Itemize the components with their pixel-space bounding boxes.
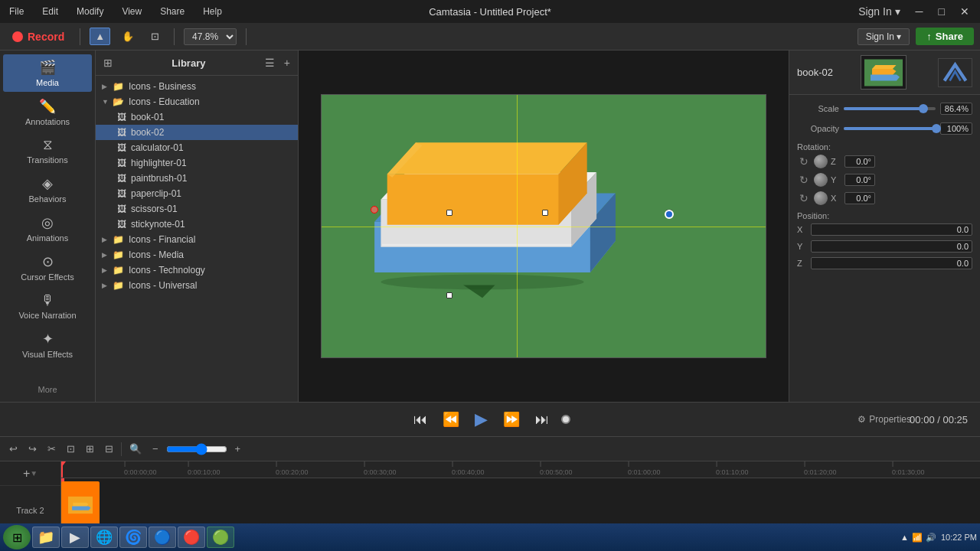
svg-marker-14 <box>872 69 897 75</box>
tree-icons-financial[interactable]: ▶ 📁 Icons - Financial <box>96 232 298 247</box>
paste-button[interactable]: ⊞ <box>83 442 97 456</box>
add-track-button[interactable]: + <box>23 467 30 481</box>
sidebar-item-transitions[interactable]: ⧖ Transitions <box>3 132 92 169</box>
sidebar-item-voice-label: Voice Narration <box>18 311 76 320</box>
taskbar-chrome[interactable]: 🔵 <box>149 527 176 548</box>
zoom-in-btn[interactable]: + <box>232 442 244 456</box>
library-grid-view[interactable]: ⊞ <box>102 55 114 70</box>
tree-book-02[interactable]: 🖼 book-02 <box>96 125 298 140</box>
sidebar-item-media[interactable]: 🎬 Media <box>3 54 92 92</box>
sidebar-item-voice[interactable]: 🎙 Voice Narration <box>3 288 92 324</box>
scale-property: Scale 86.4% <box>797 103 972 115</box>
book-clip[interactable] <box>61 481 100 529</box>
position-z-row: Z <box>797 257 972 269</box>
record-button[interactable]: Record <box>6 28 70 46</box>
timeline-zoom-slider[interactable] <box>166 443 227 455</box>
cut-button[interactable]: ✂ <box>44 442 59 456</box>
copy-button[interactable]: ⊡ <box>64 442 78 456</box>
delete-button[interactable]: ⊟ <box>102 442 116 456</box>
close-btn[interactable]: ✕ <box>956 4 974 19</box>
taskbar-camtasia[interactable]: 🟢 <box>207 527 234 548</box>
play-button[interactable]: ▶ <box>472 406 491 432</box>
taskbar-opera[interactable]: 🔴 <box>178 527 205 548</box>
scale-slider[interactable] <box>844 107 936 110</box>
tree-icons-technology[interactable]: ▶ 📁 Icons - Technology <box>96 262 298 278</box>
zoom-out-timeline[interactable]: − <box>149 442 162 456</box>
taskbar-explorer[interactable]: 📁 <box>32 527 60 548</box>
zoom-in-timeline[interactable]: 🔍 <box>126 442 145 456</box>
folder-icon: 📁 <box>113 265 124 276</box>
position-x-input[interactable] <box>811 223 972 236</box>
pan-tool[interactable]: ✋ <box>116 28 139 45</box>
playhead-marker <box>61 461 66 468</box>
library-list-view[interactable]: ☰ <box>263 55 276 70</box>
network-icon: 📶 <box>912 533 923 543</box>
minimize-btn[interactable]: ─ <box>911 4 928 19</box>
rotation-y-input[interactable] <box>844 174 875 186</box>
signin-btn[interactable]: Sign In ▾ <box>854 4 904 19</box>
properties-button[interactable]: ⚙ Properties <box>858 414 911 425</box>
folder-icon: 📁 <box>113 234 124 245</box>
tree-book-01[interactable]: 🖼 book-01 <box>96 109 298 125</box>
tree-icons-media[interactable]: ▶ 📁 Icons - Media <box>96 247 298 262</box>
sidebar-item-animations[interactable]: ◎ Animations <box>3 210 92 247</box>
start-button[interactable]: ⊞ <box>3 525 31 549</box>
tree-stickynote-01[interactable]: 🖼 stickynote-01 <box>96 217 298 232</box>
menu-share[interactable]: Share <box>157 5 188 18</box>
menu-help[interactable]: Help <box>200 5 225 18</box>
menu-modify[interactable]: Modify <box>74 5 106 18</box>
rotation-z-icon: ↻ <box>797 155 811 168</box>
tree-icons-universal[interactable]: ▶ 📁 Icons - Universal <box>96 278 298 293</box>
rotation-x-input[interactable] <box>844 192 875 204</box>
zoom-dropdown[interactable]: 47.8% <box>184 28 237 45</box>
step-forward-button[interactable]: ⏭ <box>532 409 552 431</box>
sidebar-item-behaviors[interactable]: ◈ Behaviors <box>3 171 92 208</box>
left-sidebar: 🎬 Media ✏️ Annotations ⧖ Transitions ◈ B… <box>0 51 96 402</box>
taskbar-media-player[interactable]: ▶ <box>61 527 89 548</box>
opacity-value[interactable]: 100% <box>940 122 972 135</box>
library-add[interactable]: + <box>283 55 292 70</box>
taskbar-ie[interactable]: 🌀 <box>119 527 147 548</box>
prev-frame-button[interactable]: ⏪ <box>439 408 462 431</box>
opacity-slider[interactable] <box>844 127 936 130</box>
playhead[interactable] <box>61 461 63 478</box>
tree-icons-business[interactable]: ▶ 📁 Icons - Business <box>96 79 298 94</box>
ruler-tick-4: 0:00:40;00 <box>452 468 485 478</box>
crop-tool[interactable]: ⊡ <box>145 28 165 45</box>
maximize-btn[interactable]: □ <box>934 4 949 19</box>
signin-button[interactable]: Sign In ▾ <box>858 28 910 45</box>
selection-handle-right[interactable] <box>665 210 674 219</box>
tree-calculator-01[interactable]: 🖼 calculator-01 <box>96 140 298 155</box>
menu-edit[interactable]: Edit <box>39 5 61 18</box>
next-frame-button[interactable]: ⏩ <box>500 408 523 431</box>
svg-marker-18 <box>73 503 88 507</box>
scale-thumb[interactable] <box>919 104 928 113</box>
taskbar-firefox[interactable]: 🌐 <box>90 527 118 548</box>
step-backward-button[interactable]: ⏮ <box>410 409 430 431</box>
sidebar-more[interactable]: More <box>0 380 95 399</box>
canvas-container[interactable] <box>321 94 766 358</box>
tree-highlighter-01[interactable]: 🖼 highlighter-01 <box>96 155 298 171</box>
position-z-input[interactable] <box>811 257 972 269</box>
select-tool[interactable]: ▲ <box>90 28 110 45</box>
clock-display[interactable]: 10:22 PM <box>941 533 977 542</box>
menu-view[interactable]: View <box>119 5 145 18</box>
rotation-z-input[interactable] <box>844 155 875 168</box>
undo-button[interactable]: ↩ <box>6 442 21 456</box>
canvas-area <box>299 51 789 402</box>
playhead-dot[interactable] <box>561 415 570 424</box>
tree-scissors-01[interactable]: 🖼 scissors-01 <box>96 201 298 217</box>
share-button[interactable]: ↑ Share <box>916 28 974 45</box>
svg-marker-12 <box>463 285 495 298</box>
position-y-input[interactable] <box>811 240 972 253</box>
sidebar-item-annotations-label: Annotations <box>25 117 70 126</box>
scale-value[interactable]: 86.4% <box>940 103 972 115</box>
sidebar-item-cursor[interactable]: ⊙ Cursor Effects <box>3 249 92 286</box>
tree-icons-education[interactable]: ▼ 📂 Icons - Education <box>96 94 298 109</box>
menu-file[interactable]: File <box>6 5 27 18</box>
tree-paintbrush-01[interactable]: 🖼 paintbrush-01 <box>96 171 298 186</box>
redo-button[interactable]: ↪ <box>25 442 40 456</box>
sidebar-item-annotations[interactable]: ✏️ Annotations <box>3 93 92 131</box>
sidebar-item-visual[interactable]: ✦ Visual Effects <box>3 326 92 364</box>
tree-paperclip-01[interactable]: 🖼 paperclip-01 <box>96 186 298 201</box>
